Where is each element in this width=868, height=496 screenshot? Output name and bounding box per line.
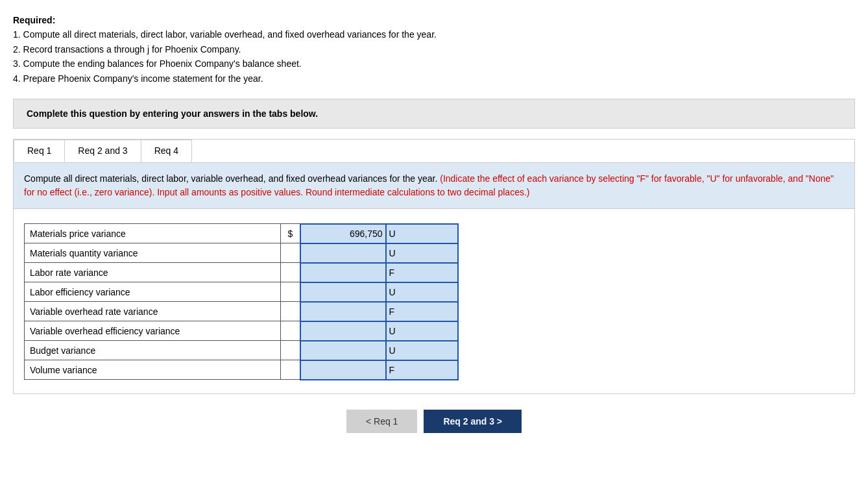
amount-input-cell[interactable] [300,224,386,243]
variance-label: Labor efficiency variance [25,282,281,302]
tabs-container: Req 1 Req 2 and 3 Req 4 Compute all dire… [13,139,855,394]
type-input[interactable] [389,287,452,297]
dollar-sign [281,321,300,341]
amount-input[interactable] [306,345,383,356]
req-item-1: 1. Compute all direct materials, direct … [13,27,855,42]
table-row: Labor efficiency variance [25,282,459,302]
amount-input-cell[interactable] [300,302,386,321]
req-item-4: 4. Prepare Phoenix Company's income stat… [13,71,855,86]
amount-input[interactable] [306,248,383,258]
dollar-sign: $ [281,224,300,243]
table-row: Variable overhead efficiency variance [25,321,459,341]
tab-req1[interactable]: Req 1 [14,140,65,162]
table-row: Materials price variance$ [25,224,459,243]
type-input-cell[interactable] [386,243,458,263]
amount-input[interactable] [306,267,383,278]
prev-button[interactable]: < Req 1 [346,410,417,433]
amount-input-cell[interactable] [300,360,386,380]
type-input[interactable] [389,365,452,375]
type-input-cell[interactable] [386,341,458,360]
dollar-sign [281,282,300,302]
dollar-sign [281,243,300,263]
variance-label: Budget variance [25,341,281,360]
type-input[interactable] [389,306,452,317]
type-input-cell[interactable] [386,302,458,321]
dollar-sign [281,360,300,380]
amount-input[interactable] [306,326,383,336]
variance-label: Variable overhead rate variance [25,302,281,321]
tab-req4[interactable]: Req 4 [141,140,192,162]
instruction-text: Complete this question by entering your … [27,108,841,119]
type-input[interactable] [389,345,452,356]
variance-label: Materials quantity variance [25,243,281,263]
type-input[interactable] [389,248,452,258]
table-row: Budget variance [25,341,459,360]
type-input-cell[interactable] [386,263,458,282]
nav-buttons: < Req 1 Req 2 and 3 > [13,410,855,433]
amount-input-cell[interactable] [300,263,386,282]
variance-label: Volume variance [25,360,281,380]
type-input-cell[interactable] [386,224,458,243]
table-row: Materials quantity variance [25,243,459,263]
type-input[interactable] [389,326,452,336]
tab-req2and3[interactable]: Req 2 and 3 [64,140,141,162]
amount-input-cell[interactable] [300,321,386,341]
type-input[interactable] [389,229,452,239]
amount-input-cell[interactable] [300,243,386,263]
tab-content-area: Compute all direct materials, direct lab… [14,163,854,209]
dollar-sign [281,263,300,282]
variance-table: Materials price variance$Materials quant… [24,223,459,380]
type-input-cell[interactable] [386,282,458,302]
amount-input[interactable] [306,287,383,297]
amount-input-cell[interactable] [300,282,386,302]
instruction-box: Complete this question by entering your … [13,99,855,129]
next-button[interactable]: Req 2 and 3 > [424,410,522,433]
table-row: Labor rate variance [25,263,459,282]
dollar-sign [281,302,300,321]
table-row: Volume variance [25,360,459,380]
amount-input[interactable] [306,306,383,317]
table-row: Variable overhead rate variance [25,302,459,321]
type-input[interactable] [389,267,452,278]
req-item-2: 2. Record transactions a through j for P… [13,42,855,56]
variance-label: Materials price variance [25,224,281,243]
tab-black-text: Compute all direct materials, direct lab… [24,173,437,184]
required-section: Required: 1. Compute all direct material… [13,13,855,86]
required-title: Required: [13,15,55,25]
dollar-sign [281,341,300,360]
table-section: Materials price variance$Materials quant… [14,209,854,393]
amount-input-cell[interactable] [300,341,386,360]
type-input-cell[interactable] [386,321,458,341]
amount-input[interactable] [306,229,383,239]
type-input-cell[interactable] [386,360,458,380]
amount-input[interactable] [306,365,383,375]
variance-label: Variable overhead efficiency variance [25,321,281,341]
variance-label: Labor rate variance [25,263,281,282]
tabs-header: Req 1 Req 2 and 3 Req 4 [14,140,854,163]
req-item-3: 3. Compute the ending balances for Phoen… [13,56,855,71]
